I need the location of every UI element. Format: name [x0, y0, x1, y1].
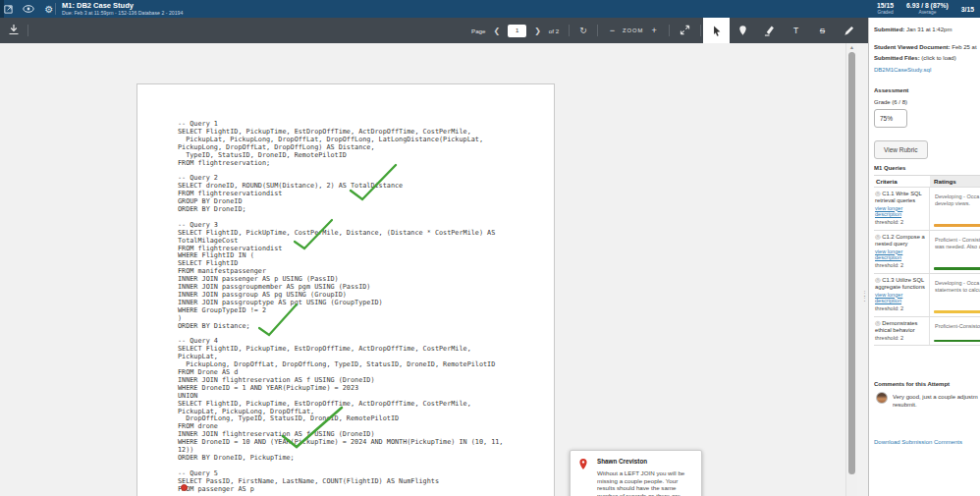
rating-text: Proficient - Consist	[935, 237, 980, 244]
rubric-row: ◎ Demonstrates ethical behavior threshol…	[874, 317, 980, 346]
download-button[interactable]	[4, 21, 24, 40]
header-bar: ⚙ M1: DB2 Case Study Due: Feb 3 at 11:59…	[0, 0, 980, 18]
toolbar-divider	[700, 25, 701, 36]
viewer-scrollbar[interactable]: ▲	[845, 43, 857, 496]
download-submission-comments-link[interactable]: Download Submission Comments	[874, 439, 962, 445]
pen-icon	[844, 26, 854, 36]
rating-score-bar	[934, 310, 980, 313]
file-link-row: DB2M1CaseStudy.sql	[874, 67, 980, 73]
exit-icon[interactable]	[2, 3, 14, 15]
document-viewer: -- Query 1 SELECT FlightID, PickupTime, …	[0, 43, 860, 496]
view-rubric-button[interactable]: View Rubric	[874, 140, 928, 159]
scroll-up-icon[interactable]: ▲	[849, 44, 854, 50]
page-label: Page	[471, 28, 485, 34]
page-number-input[interactable]	[508, 25, 526, 37]
submitted-row: Submitted: Jan 31 at 1:42pm	[874, 27, 980, 32]
graded-stat: 15/15 Graded	[877, 2, 894, 16]
highlight-tool-button[interactable]	[756, 18, 783, 43]
view-longer-description-link[interactable]: view longer description	[875, 205, 918, 219]
draw-tool-button[interactable]	[836, 18, 862, 43]
rating-text: Proficient-Consisto	[935, 323, 980, 330]
rotate-icon[interactable]: ↻	[579, 26, 587, 35]
next-page-button[interactable]: ❯	[532, 27, 543, 35]
eye-icon[interactable]	[23, 3, 34, 15]
criteria-header: Criteria	[874, 176, 930, 187]
rating-text: Developing - Occa	[935, 193, 980, 200]
rubric-table: Criteria Ratings ◎ C1.1 Write SQL retrie…	[874, 175, 980, 346]
annotation-comment-popup[interactable]: Shawn Creviston Without a LEFT JOIN you …	[570, 450, 702, 496]
view-longer-description-link[interactable]: view longer description	[875, 292, 918, 305]
point-annotation-button[interactable]	[730, 18, 756, 43]
outcome-icon: ◎	[875, 190, 881, 197]
prev-page-button[interactable]: ❮	[491, 27, 502, 35]
checkmark-annotation-3[interactable]	[255, 301, 300, 340]
avatar	[876, 392, 888, 404]
highlighter-icon	[764, 25, 775, 36]
rubric-row: ◎ C1.1 Write SQL retrieval queries view …	[874, 188, 980, 231]
rubric-row: ◎ C1.2 Compose a nested query view longe…	[874, 231, 980, 274]
rating-score-bar	[934, 340, 980, 343]
view-longer-description-link[interactable]: view longer description	[875, 248, 918, 262]
viewed-row: Student Viewed Document: Feb 25 at	[874, 44, 980, 50]
comment-text: Without a LEFT JOIN you will be missing …	[597, 469, 697, 496]
comment-author: Shawn Creviston	[597, 458, 647, 465]
strikeout-tool-button[interactable]: S	[809, 18, 836, 43]
checkmark-annotation-2[interactable]	[291, 216, 336, 253]
page-total: of 2	[549, 28, 559, 34]
comments-heading: Comments for this Attempt	[874, 381, 980, 387]
outcome-icon: ◎	[875, 319, 881, 327]
assignment-title: M1: DB2 Case Study	[62, 1, 183, 10]
criterion-name: C1.2 Compose a nested query	[875, 234, 925, 247]
rubric-row: ◎ C1.3 Utilize SQL aggregate functions v…	[874, 274, 980, 317]
student-position: 3/15	[961, 6, 974, 13]
rating-text: was needed. Also a	[935, 244, 980, 250]
average-stat: 6.93 / 8 (87%) Average	[906, 2, 949, 16]
submitted-file-link[interactable]: DB2M1CaseStudy.sql	[874, 67, 931, 73]
grading-sidebar: Submitted: Jan 31 at 1:42pm Student View…	[868, 18, 980, 496]
rating-text: develop views.	[935, 200, 980, 207]
toolbar-divider	[27, 25, 28, 36]
grade-label: Grade (6 / 8)	[874, 99, 980, 105]
toolbar-divider	[669, 25, 670, 36]
cursor-tool-button[interactable]	[703, 18, 730, 43]
outcome-icon: ◎	[875, 233, 881, 241]
ratings-header: Ratings	[930, 176, 980, 187]
zoom-label: ZOOM	[623, 28, 643, 33]
criterion-name: C1.1 Write SQL retrieval queries	[875, 191, 922, 203]
map-pin-icon	[578, 457, 588, 474]
rating-text: Developing - Occa	[935, 280, 980, 287]
cursor-icon	[712, 25, 722, 37]
criterion-name: Demonstrates ethical behavior	[875, 320, 917, 333]
text-annotation-button[interactable]: T	[783, 18, 809, 43]
scrollbar-thumb[interactable]	[848, 52, 855, 474]
zoom-in-button[interactable]: +	[649, 26, 658, 35]
expand-icon[interactable]	[680, 22, 690, 39]
toolbar-divider	[569, 25, 570, 36]
criterion-threshold: threshold: 2	[875, 335, 927, 342]
toolbar-divider	[597, 25, 598, 36]
header-divider	[55, 3, 56, 15]
criterion-threshold: threshold: 2	[875, 262, 927, 269]
criterion-threshold: threshold: 2	[875, 219, 927, 226]
zoom-out-button[interactable]: −	[608, 26, 617, 35]
strikeout-icon: S	[820, 27, 825, 35]
criterion-threshold: threshold: 2	[875, 305, 927, 312]
rating-score-bar	[934, 224, 980, 227]
sidebar-resize-handle[interactable]: ⋮⋮	[861, 291, 867, 301]
assignment-subtitle: Due: Feb 3 at 11:59pm - 152-136 Database…	[62, 10, 183, 17]
document-toolbar: Page ❮ ❯ of 2 ↻ − ZOOM +	[0, 18, 868, 43]
grade-input[interactable]	[874, 109, 907, 128]
criterion-name: C1.3 Utilize SQL aggregate functions	[875, 277, 925, 290]
checkmark-annotation-4[interactable]	[277, 403, 348, 452]
download-icon	[8, 22, 20, 39]
rating-score-bar	[934, 267, 980, 270]
instructor-comment: Very good, just a couple adjustm resubmi…	[893, 394, 980, 409]
files-row: Submitted Files: (click to load)	[874, 55, 980, 61]
checkmark-annotation-1[interactable]	[346, 161, 401, 204]
outcome-icon: ◎	[875, 276, 881, 284]
gear-icon[interactable]: ⚙	[43, 3, 55, 15]
point-annotation-pin[interactable]	[181, 484, 188, 491]
text-tool-icon: T	[793, 26, 798, 35]
point-pin-icon	[738, 25, 747, 36]
speedgrader-window: ⚙ M1: DB2 Case Study Due: Feb 3 at 11:59…	[0, 0, 980, 496]
